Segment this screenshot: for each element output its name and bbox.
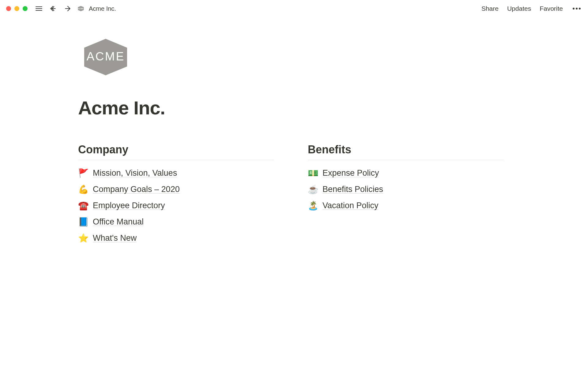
star-icon: ⭐ [78,233,88,243]
topbar-right: Share Updates Favorite [481,5,582,12]
forward-arrow-icon[interactable] [62,3,73,14]
link-whats-new[interactable]: ⭐ What's New [78,233,274,243]
link-text: Mission, Vision, Values [93,168,177,178]
link-text: Office Manual [93,217,144,227]
page-title[interactable]: Acme Inc. [78,97,521,119]
link-text: Employee Directory [93,201,165,210]
link-text: Benefits Policies [322,185,383,194]
phone-icon: ☎️ [78,201,88,211]
link-mission-vision-values[interactable]: 🚩 Mission, Vision, Values [78,168,274,178]
coffee-icon: ☕ [308,184,318,194]
topbar-left: ACME Acme Inc. [6,3,116,14]
link-text: What's New [93,233,137,243]
favorite-button[interactable]: Favorite [540,5,563,12]
link-expense-policy[interactable]: 💵 Expense Policy [308,168,504,178]
more-options-icon[interactable] [571,6,582,11]
benefits-links: 💵 Expense Policy ☕ Benefits Policies 🏝️ … [308,168,504,211]
close-window-button[interactable] [6,6,11,11]
company-column: Company 🚩 Mission, Vision, Values 💪 Comp… [78,143,274,243]
breadcrumb-page-icon[interactable]: ACME [77,5,85,12]
link-benefits-policies[interactable]: ☕ Benefits Policies [308,184,504,194]
link-company-goals[interactable]: 💪 Company Goals – 2020 [78,184,274,194]
link-text: Expense Policy [322,168,379,178]
link-text: Company Goals – 2020 [93,185,180,194]
island-icon: 🏝️ [308,201,318,211]
updates-button[interactable]: Updates [507,5,531,12]
flex-icon: 💪 [78,184,88,194]
svg-text:ACME: ACME [78,8,83,10]
link-vacation-policy[interactable]: 🏝️ Vacation Policy [308,201,504,211]
page-content: ACME Acme Inc. Company 🚩 Mission, Vision… [0,17,521,243]
benefits-column: Benefits 💵 Expense Policy ☕ Benefits Pol… [308,143,504,243]
breadcrumb-title[interactable]: Acme Inc. [89,5,116,12]
benefits-heading[interactable]: Benefits [308,143,504,160]
content-columns: Company 🚩 Mission, Vision, Values 💪 Comp… [78,143,521,243]
minimize-window-button[interactable] [14,6,19,11]
book-icon: 📘 [78,217,88,227]
flag-icon: 🚩 [78,168,88,178]
money-icon: 💵 [308,168,318,178]
link-office-manual[interactable]: 📘 Office Manual [78,217,274,227]
topbar: ACME Acme Inc. Share Updates Favorite [0,0,588,17]
link-employee-directory[interactable]: ☎️ Employee Directory [78,201,274,211]
maximize-window-button[interactable] [23,6,28,11]
page-icon[interactable]: ACME [78,36,133,79]
svg-text:ACME: ACME [86,50,125,63]
window-controls [6,6,28,11]
share-button[interactable]: Share [481,5,499,12]
company-heading[interactable]: Company [78,143,274,160]
company-links: 🚩 Mission, Vision, Values 💪 Company Goal… [78,168,274,243]
sidebar-toggle-icon[interactable] [34,5,43,12]
link-text: Vacation Policy [322,201,379,210]
back-arrow-icon[interactable] [48,3,58,14]
